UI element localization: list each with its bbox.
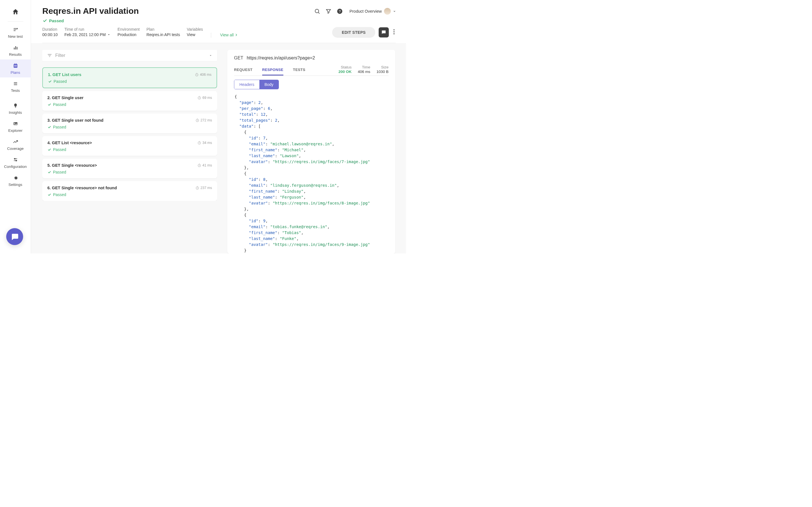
clock-icon — [197, 163, 201, 167]
step-title: 6. GET Single <resource> not found — [47, 186, 117, 190]
step-status: Passed — [47, 102, 212, 107]
results-icon — [13, 45, 18, 51]
request-url: https://reqres.in/api/users?page=2 — [247, 55, 315, 61]
edit-steps-button[interactable]: EDIT STEPS — [332, 27, 375, 38]
svg-text:?: ? — [339, 9, 341, 13]
step-card[interactable]: 4. GET List <resource>34 msPassed — [42, 136, 217, 156]
sidebar-item-explorer[interactable]: Explorer — [0, 117, 31, 135]
view-all-link[interactable]: View all — [220, 33, 238, 37]
filter-placeholder: Filter — [55, 53, 65, 58]
step-card[interactable]: 2. GET Single user69 msPassed — [42, 91, 217, 111]
step-card[interactable]: 5. GET Single <resource>41 msPassed — [42, 159, 217, 178]
more-menu[interactable] — [392, 28, 396, 37]
check-icon — [47, 125, 51, 129]
time-stat-value: 406 ms — [358, 69, 370, 74]
svg-rect-4 — [14, 63, 15, 64]
sidebar-item-coverage[interactable]: Coverage — [0, 135, 31, 154]
step-card[interactable]: 1. GET List users406 msPassed — [42, 67, 217, 88]
sidebar-item-insights[interactable]: Insights — [0, 100, 31, 117]
step-card[interactable]: 6. GET Single <resource> not found237 ms… — [42, 181, 217, 201]
sidebar-item-configuration[interactable]: Configuration — [0, 154, 31, 172]
clock-icon — [195, 73, 199, 76]
sidebar-item-plans[interactable]: Plans — [0, 59, 31, 77]
svg-point-15 — [394, 33, 395, 34]
coverage-icon — [13, 139, 18, 145]
sidebar-item-label: Coverage — [7, 147, 24, 151]
step-status: Passed — [47, 192, 212, 197]
step-title: 4. GET List <resource> — [47, 140, 92, 145]
request-method: GET — [234, 55, 243, 61]
sidebar-item-settings[interactable]: Settings — [0, 172, 31, 189]
sidebar-item-results[interactable]: Results — [0, 41, 31, 59]
step-duration: 237 ms — [195, 186, 212, 190]
step-duration: 41 ms — [197, 163, 212, 167]
clock-icon — [197, 141, 201, 145]
avatar — [384, 8, 391, 15]
check-icon — [47, 148, 51, 152]
svg-point-7 — [14, 123, 15, 124]
status-label: Status — [341, 65, 352, 69]
tab-tests[interactable]: TESTS — [293, 68, 305, 75]
clock-icon — [195, 118, 199, 122]
step-duration: 69 ms — [197, 96, 212, 100]
sidebar-item-label: Tests — [11, 89, 20, 93]
svg-rect-3 — [13, 64, 17, 68]
duration-value: 00:00:10 — [42, 33, 58, 37]
dropdown-caret-icon — [107, 33, 111, 37]
svg-point-13 — [394, 29, 395, 31]
chat-launcher[interactable] — [6, 228, 23, 245]
step-duration: 406 ms — [195, 73, 211, 76]
response-panel: GET https://reqres.in/api/users?page=2 R… — [227, 50, 395, 253]
filter-button[interactable] — [325, 8, 332, 14]
run-status: Passed — [42, 18, 139, 23]
step-duration: 34 ms — [197, 141, 212, 145]
svg-point-10 — [315, 9, 319, 13]
check-icon — [47, 170, 51, 174]
help-button[interactable]: ? — [337, 8, 343, 14]
duration-label: Duration — [42, 27, 58, 32]
clock-icon — [197, 96, 201, 100]
insights-icon — [13, 103, 18, 109]
home-button[interactable] — [6, 5, 26, 18]
home-icon — [12, 8, 19, 15]
svg-rect-6 — [13, 122, 17, 125]
filter-input[interactable]: Filter — [42, 50, 217, 61]
settings-icon — [13, 175, 18, 181]
step-title: 1. GET List users — [48, 72, 81, 77]
divider — [8, 21, 23, 22]
tab-response[interactable]: RESPONSE — [262, 68, 283, 75]
time-of-run-select[interactable]: Feb 23, 2021 12:00 PM — [64, 33, 111, 37]
sidebar-item-label: Explorer — [8, 128, 22, 133]
step-status: Passed — [48, 79, 211, 83]
response-body[interactable]: { "page": 2, "per_page": 6, "total": 12,… — [234, 92, 389, 253]
step-duration: 272 ms — [195, 118, 212, 122]
tests-icon — [13, 81, 18, 87]
seg-headers[interactable]: Headers — [234, 80, 259, 89]
sidebar-item-label: Settings — [8, 182, 22, 187]
seg-body[interactable]: Body — [259, 80, 278, 89]
step-title: 2. GET Single user — [47, 96, 84, 100]
notes-button[interactable] — [378, 27, 389, 38]
plan-value: Reqres.in API tests — [146, 33, 180, 37]
product-overview-link[interactable]: Product Overview — [350, 8, 396, 15]
time-stat-label: Time — [362, 65, 370, 69]
time-label: Time of run — [64, 27, 111, 32]
sidebar-item-label: Configuration — [4, 165, 27, 169]
sidebar-item-new-test[interactable]: New test — [0, 23, 31, 41]
step-card[interactable]: 3. GET Single user not found272 msPassed — [42, 114, 217, 133]
svg-point-9 — [15, 160, 16, 161]
status-value: 200 OK — [338, 69, 352, 74]
size-label: Size — [381, 65, 389, 69]
kebab-icon — [393, 29, 395, 35]
search-button[interactable] — [314, 8, 320, 14]
chat-icon — [10, 232, 19, 241]
sidebar-item-tests[interactable]: Tests — [0, 77, 31, 96]
help-icon: ? — [337, 8, 343, 14]
notes-icon — [381, 30, 387, 35]
check-icon — [47, 103, 51, 107]
vars-value[interactable]: View — [187, 33, 203, 37]
env-label: Environment — [117, 27, 140, 32]
check-icon — [48, 79, 52, 83]
svg-rect-5 — [16, 63, 16, 64]
tab-request[interactable]: REQUEST — [234, 68, 253, 75]
